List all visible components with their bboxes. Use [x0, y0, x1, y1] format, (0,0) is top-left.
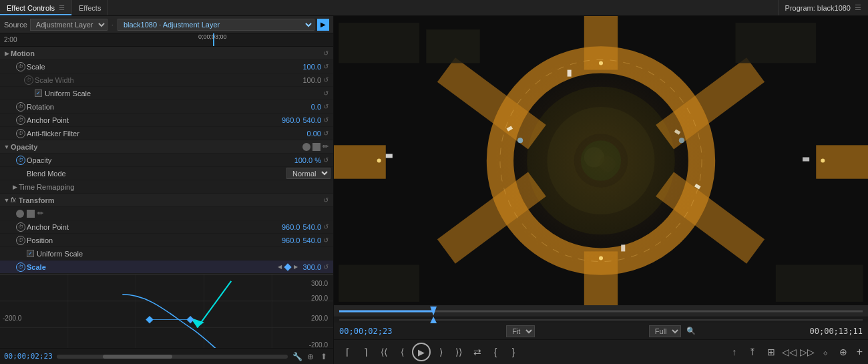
go-to-in-btn[interactable]: ⟨⟨	[376, 344, 392, 360]
transform-scale-reset[interactable]: ↺	[321, 262, 331, 272]
keyframe-diamond[interactable]	[284, 263, 292, 270]
anchor-reset[interactable]: ↺	[321, 116, 331, 125]
svg-rect-49	[339, 265, 419, 302]
antiflicker-value[interactable]: 0.00	[307, 130, 321, 138]
opacity-toggle[interactable]: ▼	[3, 143, 11, 151]
export-frame-btn[interactable]: ⊞	[763, 344, 779, 360]
add-controls-btn[interactable]: +	[857, 346, 863, 358]
transform-position-y[interactable]: 540.0	[302, 236, 321, 244]
motion-toggle[interactable]: ▶	[3, 49, 11, 57]
source-select[interactable]: Adjustment Layer	[30, 19, 107, 31]
transform-square-icon[interactable]	[27, 210, 35, 218]
transform-position-stopwatch[interactable]: ⏱	[16, 236, 25, 245]
wrench-icon[interactable]: 🔧	[292, 351, 302, 362]
anchor-stopwatch[interactable]: ⏱	[16, 116, 25, 125]
effect-controls-menu-icon[interactable]: ☰	[59, 4, 65, 11]
kf-prev-btn[interactable]: ◀	[276, 263, 284, 271]
circle-icon[interactable]	[302, 143, 310, 151]
scale-width-stopwatch[interactable]: ⏱	[24, 75, 33, 85]
antiflicker-stopwatch[interactable]: ⏱	[16, 129, 25, 138]
rotation-reset[interactable]: ↺	[321, 102, 331, 112]
fit-select[interactable]: Fit	[506, 325, 535, 337]
shuttle-btn[interactable]: ⇄	[469, 344, 485, 360]
motion-reset[interactable]: ↺	[321, 49, 331, 58]
scale-value[interactable]: 100.0	[302, 63, 321, 71]
trim-next-btn[interactable]: ▷▷	[799, 344, 815, 360]
transform-anchor-reset[interactable]: ↺	[321, 222, 331, 232]
rotation-value[interactable]: 0.0	[311, 103, 321, 111]
blend-mode-select[interactable]: Normal	[286, 168, 331, 179]
opacity-stopwatch[interactable]: ⏱	[16, 156, 25, 165]
antiflicker-reset[interactable]: ↺	[321, 129, 331, 138]
transform-pen-icon[interactable]: ✏	[37, 210, 45, 218]
arrow-button[interactable]: ▶	[317, 19, 329, 31]
full-select[interactable]: Full	[649, 325, 681, 337]
transform-position-reset[interactable]: ↺	[321, 236, 331, 245]
go-to-out-btn[interactable]: ⟩⟩	[451, 344, 467, 360]
transform-uniform-checkbox[interactable]	[27, 250, 34, 257]
graph-area: 300.0 200.0 -200.0 200.0 -200.0 -586.6 5…	[0, 274, 333, 348]
antiflicker-row: ⏱ Anti-flicker Filter 0.00 ↺	[0, 127, 333, 140]
pen-icon[interactable]: ✏	[322, 143, 331, 151]
trim-prev-btn[interactable]: ◁◁	[781, 344, 797, 360]
scale-stopwatch[interactable]: ⏱	[16, 62, 25, 71]
opacity-reset[interactable]: ↺	[321, 156, 331, 165]
step-fwd-btn[interactable]: ⟩	[433, 344, 449, 360]
transform-group-header[interactable]: ▼ fx Transform ↺	[0, 194, 333, 207]
mark-out-btn[interactable]: ⌉	[357, 344, 373, 360]
tab-effects[interactable]: Effects	[72, 0, 108, 15]
monitor-timecode-right[interactable]: 00;00;13;11	[810, 327, 863, 336]
kf-next-btn[interactable]: ▶	[292, 263, 300, 271]
insert-btn[interactable]: {	[487, 344, 503, 360]
transform-scale-value[interactable]: 300.0	[302, 263, 321, 271]
add-marker-btn[interactable]: ⬦	[817, 344, 833, 360]
anchor-y[interactable]: 540.0	[302, 116, 321, 124]
program-monitor-menu-icon[interactable]: ☰	[855, 3, 861, 12]
square-icon[interactable]	[312, 143, 320, 151]
transform-anchor-x[interactable]: 960.0	[282, 223, 300, 231]
filter-icon[interactable]: ⊕	[305, 351, 316, 362]
monitor-progress-bar[interactable]	[334, 305, 868, 317]
svg-rect-50	[776, 265, 863, 302]
scale-width-value[interactable]: 100.0	[302, 76, 321, 84]
play-btn[interactable]: ▶	[412, 343, 431, 361]
mark-in-btn[interactable]: ⌈	[339, 344, 355, 360]
motion-group-header[interactable]: ▶ Motion ↺	[0, 47, 333, 60]
transform-position-row: ⏱ Position 960.0 540.0 ↺	[0, 234, 333, 247]
scale-row: ⏱ Scale 100.0 ↺	[0, 60, 333, 73]
timeline-bottom: 00;00;02;23 🔧 ⊕ ⬆	[0, 348, 333, 364]
main-content: Source Adjustment Layer · black1080 · Ad…	[0, 16, 868, 364]
transform-toggle[interactable]: ▼	[3, 196, 11, 204]
opacity-value[interactable]: 100.0 %	[294, 156, 321, 164]
monitor-timecode-left[interactable]: 00;00;02;23	[339, 327, 392, 336]
step-back-btn[interactable]: ⟨	[394, 344, 410, 360]
time-remapping-toggle[interactable]: ▶	[11, 183, 19, 191]
scale-reset[interactable]: ↺	[321, 62, 331, 71]
scale-width-reset[interactable]: ↺	[321, 75, 331, 85]
lift-btn[interactable]: ↑	[726, 344, 742, 360]
layer-select[interactable]: black1080 · Adjustment Layer	[118, 19, 314, 31]
opacity-group-header[interactable]: ▼ Opacity ✏	[0, 140, 333, 154]
svg-rect-48	[735, 23, 816, 63]
export-icon[interactable]: ⬆	[318, 351, 329, 362]
effect-controls-panel: Source Adjustment Layer · black1080 · Ad…	[0, 16, 334, 364]
mini-scrollbar[interactable]	[57, 355, 288, 359]
ruler-start-time: 2:00	[0, 36, 33, 43]
transform-circle-icon[interactable]	[16, 210, 24, 218]
transform-position-x[interactable]: 960.0	[282, 236, 300, 244]
add-to-seq-btn[interactable]: ⊕	[835, 344, 851, 360]
bottom-timecode[interactable]: 00;00;02;23	[4, 352, 53, 361]
video-area	[334, 16, 868, 305]
tab-effect-controls[interactable]: Effect Controls ☰	[0, 0, 72, 15]
anchor-x[interactable]: 960.0	[282, 116, 300, 124]
overwrite-btn[interactable]: }	[505, 344, 521, 360]
transform-reset[interactable]: ↺	[321, 196, 331, 205]
transform-anchor-y[interactable]: 540.0	[302, 223, 321, 231]
uniform-scale-reset[interactable]: ↺	[321, 89, 331, 98]
transform-scale-stopwatch[interactable]: ⏱	[16, 262, 25, 272]
transform-anchor-stopwatch[interactable]: ⏱	[16, 222, 25, 232]
rotation-stopwatch[interactable]: ⏱	[16, 102, 25, 112]
uniform-scale-checkbox[interactable]	[35, 89, 42, 97]
transform-anchor-row: ⏱ Anchor Point 960.0 540.0 ↺	[0, 220, 333, 234]
extract-btn[interactable]: ⤒	[744, 344, 761, 360]
